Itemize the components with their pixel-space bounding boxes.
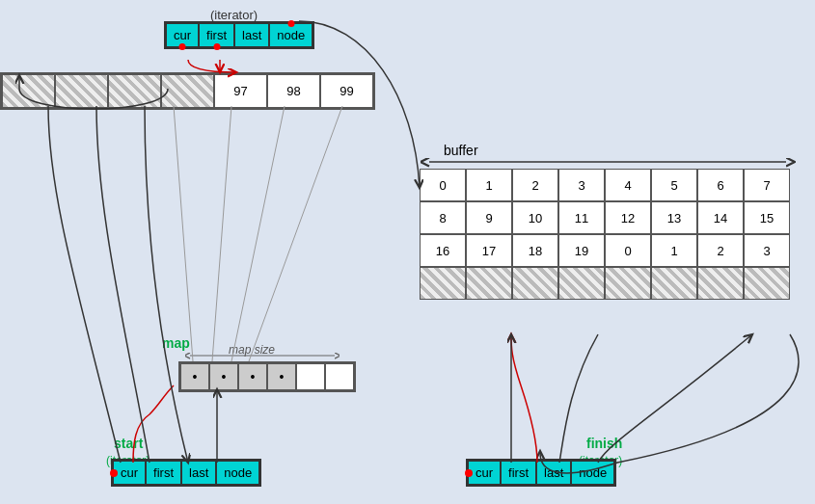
buf-1-3: 11 <box>558 201 605 234</box>
svg-line-5 <box>231 106 285 361</box>
buf-0-2: 2 <box>512 169 558 201</box>
start-label: start <box>114 436 143 451</box>
start-iter-last: last <box>181 461 216 485</box>
svg-line-3 <box>174 106 193 361</box>
buf-3-4 <box>605 267 651 300</box>
deque-cell-6: 99 <box>320 74 373 108</box>
buf-2-3: 19 <box>558 234 605 267</box>
svg-line-4 <box>212 106 231 361</box>
buf-3-2 <box>512 267 558 300</box>
deque-cell-2 <box>108 74 161 108</box>
buf-0-6: 6 <box>697 169 744 201</box>
buf-2-2: 18 <box>512 234 558 267</box>
buf-1-4: 12 <box>605 201 651 234</box>
map-array: • • • • <box>178 361 356 392</box>
buf-0-5: 5 <box>651 169 697 201</box>
svg-line-6 <box>249 106 342 361</box>
buf-2-0: 16 <box>420 234 466 267</box>
finish-iter-node: node <box>571 461 614 485</box>
buffer-row-3 <box>420 267 790 300</box>
deque-cell-0 <box>2 74 55 108</box>
buf-3-1 <box>466 267 512 300</box>
buf-2-7: 3 <box>744 234 790 267</box>
buffer-row-0: 0 1 2 3 4 5 6 7 <box>420 169 790 201</box>
finish-iter-cur: cur <box>468 461 501 485</box>
buf-0-0: 0 <box>420 169 466 201</box>
buf-2-4: 0 <box>605 234 651 267</box>
top-iter-cur: cur <box>166 23 199 47</box>
buf-1-2: 10 <box>512 201 558 234</box>
start-iter-node: node <box>216 461 259 485</box>
buf-3-0 <box>420 267 466 300</box>
top-iter-first: first <box>199 23 234 47</box>
buffer-row-1: 8 9 10 11 12 13 14 15 <box>420 201 790 234</box>
map-cell-3: • <box>267 363 296 390</box>
buf-2-1: 17 <box>466 234 512 267</box>
buf-3-6 <box>697 267 744 300</box>
top-iter-last: last <box>234 23 269 47</box>
buf-3-5 <box>651 267 697 300</box>
buf-2-5: 1 <box>651 234 697 267</box>
deque-cell-4: 97 <box>214 74 267 108</box>
buf-0-7: 7 <box>744 169 790 201</box>
buffer-grid: 0 1 2 3 4 5 6 7 8 9 10 11 12 13 14 15 16… <box>420 169 790 300</box>
buf-0-4: 4 <box>605 169 651 201</box>
map-cell-1: • <box>209 363 238 390</box>
buf-0-1: 1 <box>466 169 512 201</box>
deque-cell-5: 98 <box>267 74 320 108</box>
buf-3-3 <box>558 267 605 300</box>
buf-2-6: 2 <box>697 234 744 267</box>
buffer-label: buffer <box>444 143 478 158</box>
buf-1-7: 15 <box>744 201 790 234</box>
finish-iter-last: last <box>536 461 571 485</box>
map-cell-5 <box>325 363 354 390</box>
svg-text:map size: map size <box>229 345 275 357</box>
start-iter-cur: cur <box>113 461 146 485</box>
buf-3-7 <box>744 267 790 300</box>
finish-iter-first: first <box>501 461 536 485</box>
buf-0-3: 3 <box>558 169 605 201</box>
map-label: map <box>162 335 190 351</box>
buf-1-5: 13 <box>651 201 697 234</box>
buffer-row-2: 16 17 18 19 0 1 2 3 <box>420 234 790 267</box>
start-iter-first: first <box>146 461 181 485</box>
map-cell-2: • <box>238 363 267 390</box>
top-iterator-label: (iterator) <box>210 8 258 22</box>
top-iterator: cur first last node <box>164 21 314 49</box>
map-cell-0: • <box>180 363 209 390</box>
deque-array: 97 98 99 <box>0 72 375 110</box>
start-iterator: cur first last node <box>111 459 261 487</box>
map-cell-4 <box>296 363 325 390</box>
buf-1-1: 9 <box>466 201 512 234</box>
finish-iterator: cur first last node <box>466 459 616 487</box>
deque-cell-3 <box>161 74 214 108</box>
buf-1-0: 8 <box>420 201 466 234</box>
top-iter-node: node <box>269 23 312 47</box>
deque-cell-1 <box>55 74 108 108</box>
finish-label: finish <box>586 436 622 451</box>
buf-1-6: 14 <box>697 201 744 234</box>
